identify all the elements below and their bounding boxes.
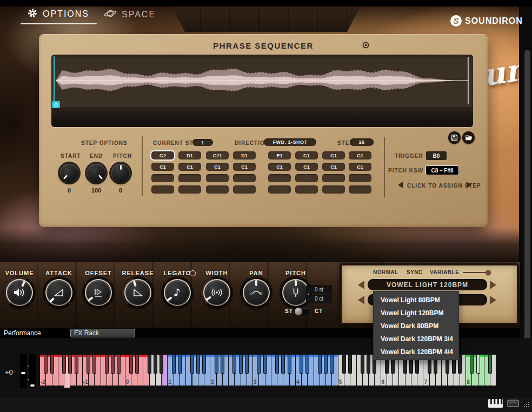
dropdown-item-4[interactable]: Vowel Dark 120BPM 4/4 — [381, 345, 453, 358]
loop-start-flag[interactable]: O — [52, 101, 60, 108]
dropdown-item-0[interactable]: Vowel Light 80BPM — [381, 294, 440, 307]
step-cell-r3c5[interactable] — [295, 185, 318, 194]
black-key-after-1[interactable] — [50, 355, 54, 374]
steps-pill[interactable]: 16 — [350, 138, 374, 146]
target-icon[interactable] — [362, 41, 369, 51]
pitch-cent-box[interactable]: 0 ct — [306, 295, 332, 303]
step-cell-r0c5[interactable]: G1 — [295, 151, 318, 160]
step-cell-r2c1[interactable] — [178, 174, 201, 182]
black-key-after-3[interactable] — [62, 355, 66, 374]
dropdown-item-2[interactable]: Vowel Dark 80BPM — [381, 320, 438, 333]
black-key-after-19[interactable] — [159, 355, 163, 374]
step-cell-r0c1[interactable]: D1 — [178, 151, 201, 160]
black-key-after-47[interactable] — [330, 355, 334, 374]
pitch-semitone-box[interactable]: 0 st — [306, 285, 332, 294]
loop-start-marker[interactable] — [54, 56, 55, 103]
step-cell-r2c5[interactable] — [295, 174, 318, 182]
step-cell-r2c0[interactable] — [151, 174, 174, 182]
tab-performance[interactable]: Performance — [0, 328, 69, 338]
dropdown-item-3[interactable]: Vowel Dark 120BPM 3/4 — [381, 333, 453, 345]
phrase2-prev-icon[interactable] — [358, 296, 364, 304]
step-cell-r3c6[interactable] — [322, 185, 345, 194]
step-cell-r0c4[interactable]: E1 — [268, 151, 291, 160]
step-cell-r1c7[interactable]: C1 — [349, 163, 371, 171]
dropdown-item-1[interactable]: Vowel Light 120BPM — [381, 307, 443, 320]
black-key-after-36[interactable] — [263, 355, 267, 374]
mode-slider-handle[interactable] — [486, 270, 491, 275]
keyboard-view-icon[interactable] — [488, 399, 503, 410]
black-key-after-46[interactable] — [324, 355, 328, 374]
black-key-after-21[interactable] — [172, 355, 176, 374]
black-key-after-10[interactable] — [105, 355, 109, 374]
step-cell-r2c3[interactable] — [233, 174, 256, 182]
end-knob[interactable] — [84, 161, 109, 185]
step-cell-r0c2[interactable]: C#1 — [206, 151, 229, 160]
attack-knob[interactable] — [42, 275, 76, 310]
pitch-step-knob[interactable] — [108, 161, 133, 185]
mode-variable[interactable]: VARIABLE — [430, 269, 459, 275]
black-key-after-11[interactable] — [111, 355, 115, 374]
waveform-display[interactable]: O — [51, 55, 473, 127]
release-knob[interactable] — [121, 275, 155, 310]
black-key-after-35[interactable] — [257, 355, 261, 374]
black-key-after-18[interactable] — [154, 355, 157, 374]
save-preset-button[interactable] — [448, 131, 461, 144]
step-cell-r1c1[interactable]: C1 — [178, 163, 201, 171]
scrollbar-thumb[interactable] — [524, 50, 530, 350]
black-key-after-33[interactable] — [245, 355, 249, 374]
black-key-after-39[interactable] — [281, 355, 285, 374]
step-cell-r0c3[interactable]: D1 — [233, 151, 256, 160]
step-cell-r3c4[interactable] — [268, 185, 291, 194]
black-key-after-43[interactable] — [305, 355, 309, 374]
assign-step-next-icon[interactable] — [467, 182, 471, 188]
volume-knob[interactable] — [2, 275, 37, 310]
phrase-prev-icon[interactable] — [358, 281, 364, 289]
assign-step-prev-icon[interactable] — [398, 182, 403, 188]
phrase-selector[interactable]: VOWEL LIGHT 120BPM — [368, 279, 487, 290]
black-key-after-50[interactable] — [348, 355, 352, 374]
start-knob[interactable] — [57, 161, 82, 185]
black-key-after-42[interactable] — [300, 355, 303, 374]
step-cell-r2c6[interactable] — [322, 174, 345, 182]
width-knob[interactable] — [200, 275, 234, 310]
load-preset-button[interactable] — [462, 131, 475, 144]
black-key-after-49[interactable] — [342, 355, 346, 374]
trigger-value[interactable]: B0 — [426, 151, 447, 160]
black-key-after-4[interactable] — [68, 355, 72, 374]
black-key-after-31[interactable] — [232, 355, 236, 374]
black-key-after-14[interactable] — [129, 355, 133, 374]
step-cell-r0c6[interactable]: G1 — [322, 151, 345, 160]
step-cell-r1c3[interactable]: C1 — [233, 163, 256, 171]
black-key-after-8[interactable] — [92, 355, 96, 374]
phrase-next-icon[interactable] — [490, 281, 496, 289]
current-step-pill[interactable]: 1 — [192, 139, 213, 146]
legato-knob[interactable] — [160, 275, 195, 310]
black-key-after-73[interactable] — [488, 355, 492, 374]
black-key-after-26[interactable] — [202, 355, 206, 374]
tab-options[interactable]: OPTIONS — [27, 8, 89, 21]
pan-knob[interactable]: LR — [239, 275, 274, 310]
step-cell-r3c1[interactable] — [178, 185, 201, 194]
step-cell-r2c4[interactable] — [268, 174, 291, 182]
step-cell-r3c3[interactable] — [233, 185, 256, 194]
black-key-after-7[interactable] — [87, 355, 90, 374]
black-key-after-17[interactable] — [148, 355, 151, 374]
black-key-after-22[interactable] — [178, 355, 182, 374]
black-key-after-52[interactable] — [361, 355, 364, 374]
step-cell-r1c4[interactable]: C1 — [268, 163, 291, 171]
black-key-after-25[interactable] — [196, 355, 200, 374]
resize-grip-icon[interactable] — [523, 401, 530, 410]
direction-pill[interactable]: FWD. 1-SHOT — [264, 138, 316, 146]
black-key-after-38[interactable] — [275, 355, 279, 374]
black-key-after-53[interactable] — [367, 355, 370, 374]
step-cell-r0c0[interactable]: G2 — [151, 151, 174, 160]
black-key-after-15[interactable] — [135, 355, 139, 374]
step-cell-r2c2[interactable] — [206, 174, 229, 182]
black-key-after-29[interactable] — [221, 355, 224, 374]
black-key-after-45[interactable] — [318, 355, 322, 374]
step-cell-r1c2[interactable]: C1 — [206, 163, 229, 171]
step-cell-r3c7[interactable] — [349, 185, 371, 194]
step-cell-r3c2[interactable] — [206, 185, 229, 194]
offset-knob[interactable] — [81, 275, 116, 310]
black-key-after-70[interactable] — [470, 355, 474, 374]
